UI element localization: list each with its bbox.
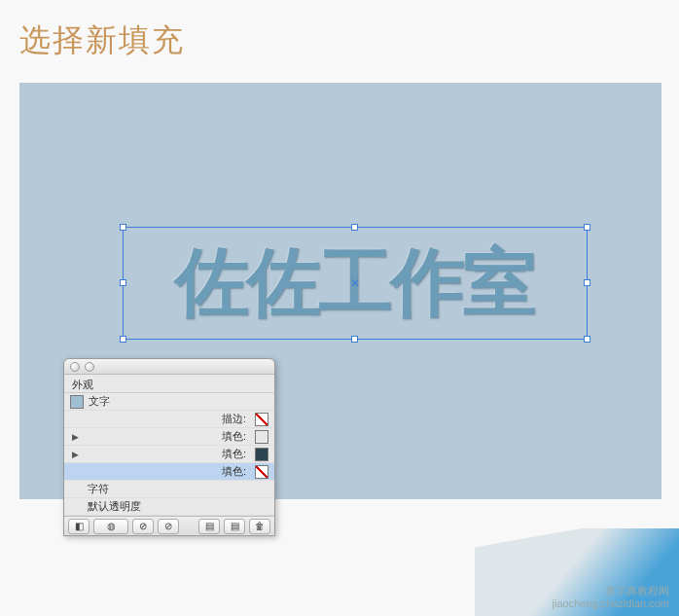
footer-fx-button[interactable]: ◍ <box>93 519 128 534</box>
char-label: 字符 <box>70 482 268 496</box>
square-icon: ◧ <box>75 521 84 531</box>
panel-titlebar[interactable] <box>64 359 274 375</box>
fill1-swatch[interactable] <box>255 430 268 444</box>
watermark-line2: jiaocheng.chazidian.com <box>553 598 669 610</box>
page-title: 选择新填充 <box>19 19 185 62</box>
row-type[interactable]: 文字 <box>64 393 274 411</box>
row-fill-1[interactable]: ▶ 填色: <box>64 428 274 446</box>
stroke-label: 描边: <box>85 412 250 426</box>
expand-arrow-icon[interactable]: ▶ <box>70 450 80 459</box>
handle-middle-left[interactable] <box>120 279 126 286</box>
watermark-line1: 查字典教程网 <box>553 585 669 598</box>
fill2-swatch[interactable] <box>255 448 268 461</box>
handle-middle-right[interactable] <box>584 279 590 286</box>
watermark: 查字典教程网 jiaocheng.chazidian.com <box>553 585 669 610</box>
close-icon[interactable] <box>70 362 80 372</box>
appearance-panel[interactable]: 外观 文字 描边: ▶ 填色: ▶ 填色: 填色: 字符 <box>63 358 275 536</box>
footer-fill-stroke-button[interactable]: ◧ <box>68 519 89 534</box>
opacity-label: 默认透明度 <box>70 499 268 514</box>
footer-delete-button[interactable]: 🗑 <box>249 519 270 534</box>
footer-new2-button[interactable]: ▤ <box>224 519 245 534</box>
panel-tab-appearance[interactable]: 外观 <box>64 375 274 393</box>
fill1-label: 填色: <box>85 429 250 444</box>
panel-footer: ◧ ◍ ⊘ ⊘ ▤ ▤ 🗑 <box>64 516 274 535</box>
fill3-swatch[interactable] <box>255 465 268 479</box>
type-label: 文字 <box>89 394 110 409</box>
row-fill-3[interactable]: 填色: <box>64 463 274 481</box>
trash-icon: 🗑 <box>255 521 265 531</box>
row-fill-2[interactable]: ▶ 填色: <box>64 446 274 463</box>
fx-icon: ◍ <box>107 521 116 531</box>
no-icon: ⊘ <box>139 521 147 531</box>
text-object[interactable]: ✕ 佐佐工作室 <box>126 231 584 336</box>
stroke-swatch[interactable] <box>255 413 268 426</box>
no-icon: ⊘ <box>164 521 172 531</box>
fill3-label: 填色: <box>85 464 250 479</box>
new-page-icon: ▤ <box>205 521 214 531</box>
type-swatch <box>70 395 84 409</box>
footer-new-button[interactable]: ▤ <box>198 519 220 534</box>
handle-top-middle[interactable] <box>351 224 358 231</box>
handle-bottom-right[interactable] <box>584 336 590 343</box>
row-opacity[interactable]: 默认透明度 <box>64 498 274 516</box>
fill2-label: 填色: <box>85 447 250 461</box>
handle-top-right[interactable] <box>584 224 590 231</box>
handle-bottom-middle[interactable] <box>351 336 358 343</box>
handle-top-left[interactable] <box>120 224 126 231</box>
footer-clear-button[interactable]: ⊘ <box>132 519 154 534</box>
footer-clear2-button[interactable]: ⊘ <box>158 519 179 534</box>
row-stroke[interactable]: 描边: <box>64 411 274 428</box>
row-character[interactable]: 字符 <box>64 481 274 498</box>
expand-arrow-icon[interactable]: ▶ <box>70 432 80 442</box>
selection-box: ✕ <box>123 227 588 340</box>
new-page-icon: ▤ <box>231 521 239 531</box>
center-mark-icon: ✕ <box>350 278 360 288</box>
panel-body: 文字 描边: ▶ 填色: ▶ 填色: 填色: 字符 默认透明度 <box>64 393 274 516</box>
minimize-icon[interactable] <box>85 362 94 372</box>
handle-bottom-left[interactable] <box>120 336 126 343</box>
